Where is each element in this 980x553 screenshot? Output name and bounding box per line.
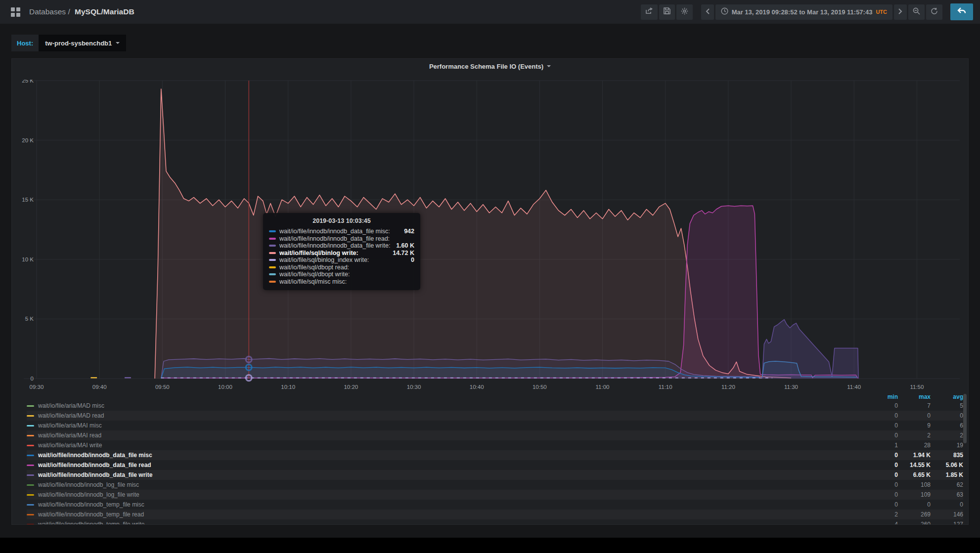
x-axis-tick: 09:50 <box>155 384 170 390</box>
legend-avg-value: 5 <box>931 402 963 409</box>
legend-max-value: 7 <box>898 402 931 409</box>
series-color-swatch-icon[interactable] <box>27 455 34 456</box>
legend-header: min max avg <box>27 393 963 401</box>
tooltip-series-label: wait/io/file/sql/binlog_index write: <box>279 256 386 263</box>
legend-max-value: 109 <box>898 491 931 498</box>
host-variable-value[interactable]: tw-prod-sysbenchdb1 <box>39 35 126 51</box>
legend-avg-value: 1.85 K <box>931 471 963 478</box>
legend-min-value: 0 <box>865 422 898 429</box>
legend-avg-value: 835 <box>931 452 963 459</box>
navbar-controls: Mar 13, 2019 09:28:52 to Mar 13, 2019 11… <box>639 3 973 20</box>
dashboard-grid-icon[interactable] <box>11 7 20 17</box>
time-range-picker[interactable]: Mar 13, 2019 09:28:52 to Mar 13, 2019 11… <box>715 4 892 20</box>
series-color-swatch-icon[interactable] <box>27 504 34 506</box>
tooltip-series-label: wait/io/file/sql/dbopt read: <box>279 264 386 271</box>
legend-rows: wait/io/file/aria/MAD misc075wait/io/fil… <box>27 401 963 525</box>
legend-min-value: 0 <box>865 471 898 478</box>
x-axis-tick: 09:30 <box>30 384 44 390</box>
series-color-swatch-icon <box>269 273 276 275</box>
legend-series-label[interactable]: wait/io/file/innodb/innodb_temp_file wri… <box>38 521 865 525</box>
time-back-button[interactable] <box>701 4 714 20</box>
series-color-swatch-icon[interactable] <box>27 405 34 407</box>
legend-series-label[interactable]: wait/io/file/innodb/innodb_temp_file rea… <box>38 511 865 518</box>
legend-min-value: 0 <box>865 412 898 419</box>
refresh-button[interactable] <box>926 4 942 20</box>
y-axis-tick: 20 K <box>22 137 34 143</box>
graph-panel: Performance Schema File IO (Events) 05 K… <box>11 58 969 525</box>
series-color-swatch-icon <box>269 252 276 254</box>
series-color-swatch-icon[interactable] <box>27 484 34 486</box>
legend-series-label[interactable]: wait/io/file/aria/MAI misc <box>38 422 865 429</box>
tooltip-timestamp: 2019-03-13 10:03:45 <box>269 217 414 224</box>
time-range-text: Mar 13, 2019 09:28:52 to Mar 13, 2019 11… <box>732 8 873 16</box>
panel-title: Performance Schema File IO (Events) <box>429 63 543 70</box>
back-to-dashboard-button[interactable] <box>950 3 973 20</box>
legend-avg-value: 6 <box>931 422 963 429</box>
legend-series-label[interactable]: wait/io/file/innodb/innodb_data_file mis… <box>38 452 865 459</box>
share-button[interactable] <box>641 4 658 20</box>
legend-series-label[interactable]: wait/io/file/innodb/innodb_data_file wri… <box>38 471 865 478</box>
series-color-swatch-icon[interactable] <box>27 415 34 417</box>
legend-series-label[interactable]: wait/io/file/innodb/innodb_temp_file mis… <box>38 501 865 508</box>
series-color-swatch-icon[interactable] <box>27 524 34 525</box>
chart-canvas[interactable]: 05 K10 K15 K20 K25 K09:3009:4009:5010:00… <box>12 80 969 396</box>
legend-series-label[interactable]: wait/io/file/aria/MAI read <box>38 432 865 439</box>
legend-row: wait/io/file/aria/MAD misc075 <box>27 401 963 411</box>
series-color-swatch-icon[interactable] <box>27 474 34 476</box>
legend-min-value: 2 <box>865 511 898 518</box>
legend-avg-value: 127 <box>931 521 963 525</box>
time-forward-button[interactable] <box>894 4 907 20</box>
panel-title-menu[interactable]: Performance Schema File IO (Events) <box>12 59 968 74</box>
series-color-swatch-icon[interactable] <box>27 435 34 436</box>
legend-avg-value: 63 <box>931 491 963 498</box>
y-axis-tick: 15 K <box>22 197 34 203</box>
legend-scrollbar[interactable] <box>963 394 967 443</box>
legend-header-avg[interactable]: avg <box>931 393 963 400</box>
legend-series-label[interactable]: wait/io/file/aria/MAD read <box>38 412 865 419</box>
legend-avg-value: 62 <box>931 481 963 488</box>
legend-header-min[interactable]: min <box>865 393 898 400</box>
legend-series-label[interactable]: wait/io/file/innodb/innodb_log_file writ… <box>38 491 865 498</box>
series-color-swatch-icon[interactable] <box>27 514 34 515</box>
settings-button[interactable] <box>676 4 693 20</box>
legend-avg-value: 2 <box>931 432 963 439</box>
series-color-swatch-icon <box>269 230 276 232</box>
legend-max-value: 108 <box>898 481 931 488</box>
x-axis-tick: 11:10 <box>659 384 672 390</box>
legend-series-label[interactable]: wait/io/file/innodb/innodb_log_file misc <box>38 481 865 488</box>
series-color-swatch-icon[interactable] <box>27 425 34 426</box>
series-color-swatch-icon[interactable] <box>27 465 34 466</box>
timeseries-plot[interactable]: 05 K10 K15 K20 K25 K09:3009:4009:5010:00… <box>12 80 969 396</box>
legend-min-value: 0 <box>865 432 898 439</box>
legend-avg-value: 0 <box>931 412 963 419</box>
host-variable-dropdown[interactable]: Host: tw-prod-sysbenchdb1 <box>11 35 126 51</box>
tooltip-series-label: wait/io/file/sql/binlog write: <box>279 250 386 256</box>
x-axis-tick: 11:20 <box>721 384 735 390</box>
tooltip-series-row: wait/io/file/innodb/innodb_data_file mis… <box>269 228 414 235</box>
tooltip-series-label: wait/io/file/innodb/innodb_data_file mis… <box>279 228 390 235</box>
series-color-swatch-icon <box>269 238 276 240</box>
x-axis-tick: 10:40 <box>470 384 484 390</box>
legend-row: wait/io/file/aria/MAI write12819 <box>27 440 963 450</box>
share-icon <box>645 7 653 16</box>
legend-series-label[interactable]: wait/io/file/aria/MAI write <box>38 442 865 449</box>
legend-row: wait/io/file/innodb/innodb_data_file rea… <box>27 460 963 470</box>
legend-series-label[interactable]: wait/io/file/innodb/innodb_data_file rea… <box>38 462 865 468</box>
tooltip-series-label: wait/io/file/innodb/innodb_data_file wri… <box>279 242 390 249</box>
save-button[interactable] <box>659 4 675 20</box>
legend-max-value: 14.55 K <box>898 462 931 468</box>
series-color-swatch-icon[interactable] <box>27 445 34 446</box>
legend-max-value: 28 <box>898 442 931 449</box>
legend-min-value: 0 <box>865 481 898 488</box>
series-color-swatch-icon[interactable] <box>27 494 34 496</box>
breadcrumb-page[interactable]: MySQL/MariaDB <box>75 7 134 16</box>
x-axis-tick: 11:00 <box>596 384 610 390</box>
zoom-out-button[interactable] <box>908 4 925 20</box>
legend-max-value: 2 <box>898 432 931 439</box>
legend-max-value: 269 <box>898 511 931 518</box>
tooltip-series-value: 942 <box>390 228 414 235</box>
legend-series-label[interactable]: wait/io/file/aria/MAD misc <box>38 402 865 409</box>
y-axis-tick: 5 K <box>25 316 34 322</box>
breadcrumb-section[interactable]: Databases / <box>29 7 70 16</box>
legend-header-max[interactable]: max <box>898 393 931 400</box>
